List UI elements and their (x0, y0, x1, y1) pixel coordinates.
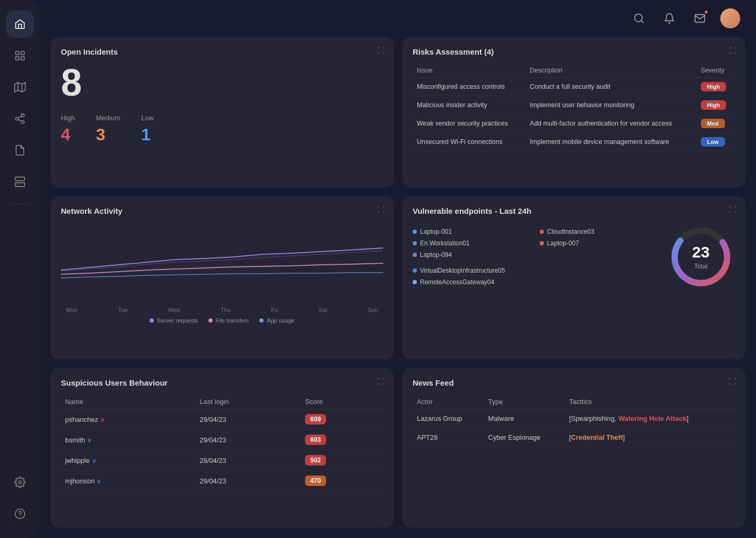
expand-risks-icon[interactable]: ⛶ (729, 46, 736, 55)
svg-line-10 (18, 119, 22, 121)
svg-line-11 (18, 116, 22, 118)
incidents-total: 8 (61, 64, 383, 101)
dot-vdi05 (413, 268, 417, 273)
user-login: 29/04/23 (195, 471, 301, 491)
high-value: 4 (61, 125, 75, 144)
risks-table-row: Weak vendor security practices Add multi… (413, 115, 735, 133)
donut-chart: 23 Total (667, 223, 735, 291)
users-table-row: pshanchez ∧ 29/04/23 609 (61, 409, 383, 430)
trend-icon: ∨ (97, 478, 101, 485)
trend-icon: ∨ (87, 437, 92, 444)
network-title: Network Activity (61, 206, 383, 215)
donut-label: Total (694, 263, 707, 270)
legend-dot-server (150, 318, 154, 323)
risks-assessment-card: Risks Assessment (4) ⛶ Issue Description… (402, 37, 746, 188)
help-icon (14, 508, 26, 520)
label-laptop001: Laptop-001 (420, 228, 452, 235)
severity-badge: High (701, 82, 726, 91)
news-type: Malware (484, 409, 565, 428)
legend-label-app: App usage (267, 317, 295, 324)
sidebar-item-server[interactable] (6, 168, 34, 195)
news-actor: Lazarus Group (413, 409, 484, 428)
notifications-button[interactable] (659, 8, 679, 28)
legend-label-server: Server requests (157, 317, 198, 324)
news-table-row: Lazarus Group Malware [Spearphishing, Wa… (413, 409, 735, 428)
file-icon (14, 144, 26, 156)
risk-severity: High (697, 96, 735, 115)
sidebar-item-settings[interactable] (6, 469, 34, 496)
network-activity-card: Network Activity ⛶ Mon Tue Wed Thu Fri (50, 196, 394, 360)
user-score: 603 (301, 430, 383, 450)
search-button[interactable] (629, 8, 649, 28)
legend-dot-app (259, 318, 264, 323)
sidebar-item-share[interactable] (6, 105, 34, 132)
network-chart (61, 223, 383, 291)
tactics-highlight: Watering Hole Attack (618, 415, 687, 422)
risks-col-issue: Issue (413, 64, 526, 78)
users-table-row: mjhonson ∨ 29/04/23 470 (61, 471, 383, 491)
bell-icon (664, 13, 675, 24)
main-content: Open Incidents ⛶ 8 High 4 Medium 3 Low 1 (40, 0, 756, 538)
vuln-list: Laptop-001 CloudInstance03 En.Workstatio… (413, 228, 656, 286)
expand-incidents-icon[interactable]: ⛶ (377, 46, 384, 55)
map-icon (14, 81, 26, 93)
risk-issue: Weak vendor security practices (413, 115, 526, 133)
risks-table-row: Unsecured Wi-Fi connections Implement mo… (413, 133, 735, 151)
score-badge: 603 (305, 434, 326, 445)
open-incidents-title: Open Incidents (61, 47, 383, 56)
vuln-laptop007: Laptop-007 (540, 240, 656, 247)
donut-center: 23 Total (692, 243, 709, 271)
risk-issue: Malicious insider activity (413, 96, 526, 115)
risks-table-row: Malicious insider activity Implement use… (413, 96, 735, 115)
users-table-row: jwhipple ∨ 28/04/23 502 (61, 450, 383, 471)
gear-icon (14, 477, 26, 488)
news-actor: APT28 (413, 428, 484, 447)
dot-cloudinstance03 (540, 230, 544, 234)
sidebar-item-home[interactable] (6, 11, 34, 38)
legend-file: File transfers (208, 317, 249, 324)
news-table-row: APT28 Cyber Espionage [Credential Theft] (413, 428, 735, 447)
severity-badge: Med (701, 119, 725, 128)
suspicious-title: Suspicious Users Behaviour (61, 378, 383, 387)
expand-suspicious-icon[interactable]: ⛶ (377, 377, 384, 386)
users-col-score: Score (301, 395, 383, 409)
user-score: 502 (301, 450, 383, 471)
low-value: 1 (141, 125, 154, 144)
sidebar-item-file[interactable] (6, 137, 34, 164)
home-icon (14, 18, 26, 30)
chart-x-labels: Mon Tue Wed Thu Fri Sat Sun (61, 307, 383, 313)
dot-laptop007 (540, 241, 544, 245)
risk-description: Add multi-factor authentication for vend… (526, 115, 697, 133)
high-label: High (61, 114, 75, 122)
dot-remoteaccess (413, 280, 417, 284)
breakdown-medium: Medium 3 (96, 114, 120, 144)
vuln-title: Vulnerable endpoints - Last 24h (413, 206, 735, 215)
x-label-sun: Sun (368, 307, 378, 313)
sidebar-item-grid[interactable] (6, 42, 34, 69)
dot-laptop001 (413, 230, 417, 234)
dot-laptop094 (413, 253, 417, 257)
tactics-highlight: Credential Theft (571, 433, 623, 441)
topbar (50, 0, 746, 37)
risks-col-severity: Severity (697, 64, 735, 78)
expand-vuln-icon[interactable]: ⛶ (729, 205, 736, 214)
sidebar-item-help[interactable] (6, 500, 34, 527)
legend-dot-file (208, 318, 213, 323)
avatar[interactable] (720, 8, 740, 28)
sidebar-item-map[interactable] (6, 74, 34, 101)
mail-button[interactable] (690, 8, 710, 28)
user-name: pshanchez ∧ (61, 409, 195, 430)
mail-icon (694, 13, 706, 24)
news-col-actor: Actor (413, 395, 484, 409)
server-icon (14, 176, 26, 188)
low-label: Low (141, 114, 154, 122)
user-login: 28/04/23 (195, 450, 301, 471)
x-label-tue: Tue (118, 307, 128, 313)
svg-rect-12 (15, 177, 25, 181)
expand-network-icon[interactable]: ⛶ (377, 205, 384, 214)
user-name: bsmith ∨ (61, 430, 195, 450)
expand-news-icon[interactable]: ⛶ (729, 377, 736, 386)
user-name: jwhipple ∨ (61, 450, 195, 471)
risks-title: Risks Assessment (4) (413, 47, 735, 56)
users-table-row: bsmith ∨ 29/04/23 603 (61, 430, 383, 450)
